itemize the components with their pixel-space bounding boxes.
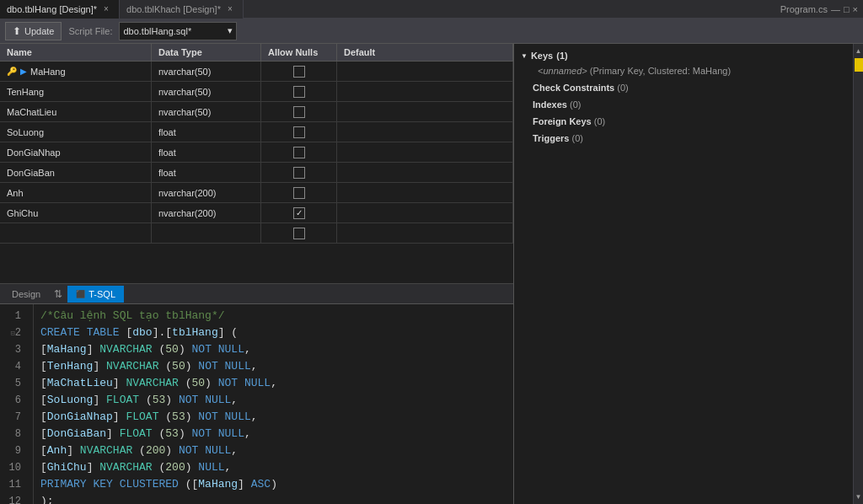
tab-tblKhach-label: dbo.tblKhach [Design]* (126, 4, 221, 14)
line-num-11: 11 (0, 476, 26, 493)
cell-allow-dongiaban[interactable] (261, 163, 337, 182)
toolbar: ⬆ Update Script File: dbo.tblHang.sql* ▾ (0, 19, 863, 44)
key-entry[interactable]: <unnamed> (Primary Key, Clustered: MaHan… (521, 64, 846, 78)
minimize-btn[interactable]: — (831, 4, 840, 14)
foreign-keys-count: (0) (594, 116, 605, 126)
dropdown-arrow-icon: ▾ (228, 25, 233, 36)
kw-table: TABLE (87, 326, 120, 339)
scroll-down-arrow[interactable]: ▼ (854, 491, 863, 502)
triggers-count: (0) (571, 133, 582, 143)
table-row[interactable]: 🔑 ▶ MaHang nvarchar(50) (0, 62, 513, 82)
sort-icon[interactable]: ⇅ (51, 287, 66, 302)
cell-type-machatlieu: nvarchar(50) (152, 102, 261, 121)
table-row[interactable]: MaChatLieu nvarchar(50) (0, 102, 513, 122)
tsql-tab-label: T-SQL (88, 289, 115, 299)
cell-default-empty[interactable] (337, 223, 513, 243)
cell-default-tenhang[interactable] (337, 82, 513, 101)
checkbox-anh[interactable] (293, 187, 305, 199)
table-row[interactable]: Anh nvarchar(200) (0, 183, 513, 203)
tab-tblHang-label: dbo.tblHang [Design]* (7, 4, 97, 14)
checkbox-empty[interactable] (293, 228, 305, 239)
code-line-2: CREATE TABLE [dbo].[tblHang] ( (40, 324, 507, 341)
main-content: Name Data Type Allow Nulls Default 🔑 ▶ M… (0, 44, 863, 504)
tab-tblHang-close[interactable]: × (100, 3, 112, 15)
close-btn[interactable]: × (853, 4, 858, 14)
code-line-4: [TenHang] NVARCHAR (50) NOT NULL, (40, 358, 507, 375)
checkbox-dongiaban[interactable] (293, 167, 305, 179)
table-row[interactable]: DonGiaBan float (0, 163, 513, 183)
table-row[interactable]: DonGiaNhap float (0, 142, 513, 163)
scroll-up-arrow[interactable]: ▲ (854, 46, 863, 56)
right-panel: ▼ Keys (1) <unnamed> (Primary Key, Clust… (514, 44, 853, 504)
cell-allow-tenhang[interactable] (261, 82, 337, 101)
cell-allow-machatlieu[interactable] (261, 102, 337, 121)
checkbox-tenhang[interactable] (293, 86, 305, 98)
code-line-9: [Anh] NVARCHAR (200) NOT NULL, (40, 442, 507, 459)
cell-default-soluong[interactable] (337, 122, 513, 142)
cell-default-machatlieu[interactable] (337, 102, 513, 121)
cell-type-dongianhap: float (152, 142, 261, 162)
cell-type-ghichu: nvarchar(200) (152, 203, 261, 223)
foreign-keys-item[interactable]: Foreign Keys (0) (521, 115, 846, 128)
line-num-7: 7 (0, 409, 26, 426)
cell-allow-anh[interactable] (261, 183, 337, 202)
tab-tsql[interactable]: ⬛ T-SQL (67, 286, 124, 303)
scrollbar-right[interactable]: ▲ ▼ (853, 44, 863, 504)
cell-default-mahang[interactable] (337, 62, 513, 81)
indexes-section: Indexes (0) (521, 98, 846, 111)
cell-default-dongiaban[interactable] (337, 163, 513, 182)
bottom-tabs: Design ⇅ ⬛ T-SQL (0, 284, 513, 304)
update-button[interactable]: ⬆ Update (5, 22, 62, 40)
indexes-item[interactable]: Indexes (0) (521, 98, 846, 111)
cell-type-mahang: nvarchar(50) (152, 62, 261, 81)
collapse-icon[interactable]: ⊟ (10, 330, 14, 338)
tab-tblKhach[interactable]: dbo.tblKhach [Design]* × (120, 0, 244, 19)
line-num-8: 8 (0, 426, 26, 442)
keys-count: (1) (556, 51, 567, 61)
cell-allow-soluong[interactable] (261, 122, 337, 142)
cell-allow-ghichu[interactable]: ✓ (261, 203, 337, 223)
table-row[interactable]: GhiChu nvarchar(200) ✓ (0, 203, 513, 223)
line-num-4: 4 (0, 358, 26, 375)
cell-default-anh[interactable] (337, 183, 513, 202)
cell-allow-dongianhap[interactable] (261, 142, 337, 162)
name-mahang: MaHang (30, 67, 66, 77)
cell-type-tenhang: nvarchar(50) (152, 82, 261, 101)
header-default: Default (337, 44, 513, 61)
line-num-2: ⊟2 (0, 324, 26, 341)
checkbox-ghichu[interactable]: ✓ (293, 207, 305, 219)
kw-create: CREATE (40, 326, 80, 339)
line-num-6: 6 (0, 392, 26, 409)
cell-name-anh: Anh (0, 183, 152, 202)
tab-design[interactable]: Design (3, 286, 49, 303)
checkbox-machatlieu[interactable] (293, 106, 305, 118)
sql-code-area[interactable]: 1 ⊟2 3 4 5 6 7 8 9 10 11 12 (0, 304, 513, 504)
checkbox-mahang[interactable] (293, 66, 305, 78)
restore-btn[interactable]: □ (844, 4, 850, 14)
checkbox-soluong[interactable] (293, 126, 305, 138)
tab-tblHang[interactable]: dbo.tblHang [Design]* × (0, 0, 120, 19)
keys-title[interactable]: ▼ Keys (1) (521, 51, 846, 61)
cell-allow-mahang[interactable] (261, 62, 337, 81)
tab-group: dbo.tblHang [Design]* × dbo.tblKhach [De… (0, 0, 244, 19)
code-line-1: /*Câu lệnh SQL tạo tblHang*/ (40, 308, 507, 324)
cell-allow-empty[interactable] (261, 223, 337, 243)
check-constraints-section: Check Constraints (0) (521, 81, 846, 94)
checkbox-dongianhap[interactable] (293, 147, 305, 158)
script-dropdown[interactable]: dbo.tblHang.sql* ▾ (119, 22, 237, 40)
table-row-empty[interactable] (0, 223, 513, 244)
check-constraints-item[interactable]: Check Constraints (0) (521, 81, 846, 94)
cell-name-mahang: 🔑 ▶ MaHang (0, 62, 152, 81)
table-row[interactable]: SoLuong float (0, 122, 513, 142)
check-constraints-label: Check Constraints (533, 83, 614, 93)
table-row[interactable]: TenHang nvarchar(50) (0, 82, 513, 102)
code-line-7: [DonGiaNhap] FLOAT (53) NOT NULL, (40, 409, 507, 426)
line-num-9: 9 (0, 442, 26, 459)
script-label: Script File: (68, 26, 112, 36)
cell-default-ghichu[interactable] (337, 203, 513, 223)
cell-default-dongianhap[interactable] (337, 142, 513, 162)
triggers-item[interactable]: Triggers (0) (521, 131, 846, 145)
tab-tblKhach-close[interactable]: × (224, 3, 236, 15)
comment-text: /*Câu lệnh SQL tạo tblHang*/ (40, 309, 225, 322)
title-bar-right: Program.cs — □ × (780, 4, 863, 14)
